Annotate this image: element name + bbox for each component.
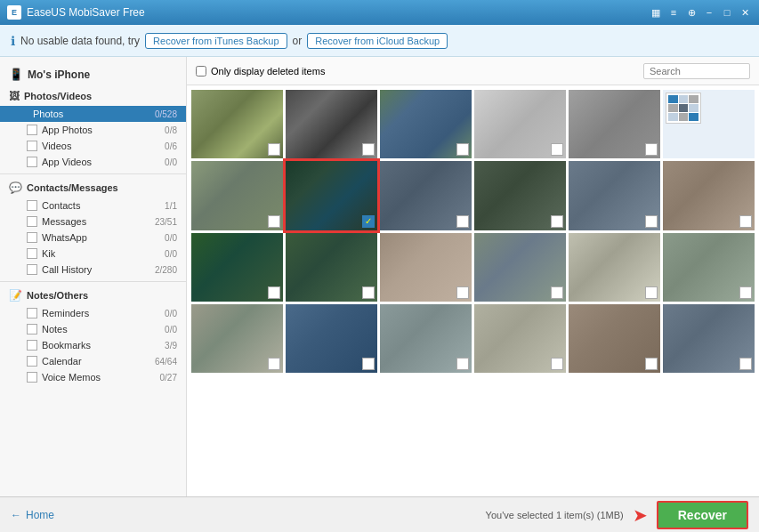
photo-cell-selected[interactable]: ✓ [286,161,377,230]
photo-cell[interactable] [191,304,283,373]
sidebar-item-call-history[interactable]: Call History 2/280 [0,262,186,278]
voice-memos-checkbox[interactable] [27,372,37,383]
photo-cell[interactable] [286,233,377,302]
sidebar-item-bookmarks[interactable]: Bookmarks 3/9 [0,337,186,353]
photo-cell[interactable] [474,90,566,158]
sidebar-item-app-photos[interactable]: App Photos 0/8 [0,122,186,138]
itunes-backup-link[interactable]: Recover from iTunes Backup [145,33,287,49]
sidebar-item-contacts[interactable]: Contacts 1/1 [0,197,186,214]
app-videos-checkbox[interactable] [27,157,37,167]
photo-cell[interactable] [474,304,566,373]
close-button[interactable]: ✕ [738,5,752,20]
photo-cell[interactable] [380,233,472,302]
device-icon: 📱 [9,68,23,81]
photo-cell[interactable] [380,90,472,158]
thumbnail-grid [666,93,701,124]
app-title: EaseUS MobiSaver Free [27,6,145,19]
photo-cell[interactable] [663,304,755,373]
photo-select-checkbox[interactable] [551,143,563,156]
photo-cell[interactable] [380,161,472,230]
messages-checkbox[interactable] [27,216,37,227]
sidebar-item-whatsapp[interactable]: WhatsApp 0/0 [0,230,186,246]
photo-select-checkbox[interactable] [456,143,469,156]
photo-cell[interactable] [569,161,660,230]
contacts-category-label: Contacts/Messages [27,182,118,193]
sidebar-item-voice-memos[interactable]: Voice Memos 0/27 [0,369,186,385]
photo-select-checkbox[interactable] [456,286,469,299]
home-link[interactable]: ← Home [11,509,54,521]
notes-checkbox[interactable] [27,324,37,335]
photo-cell[interactable] [663,161,755,230]
whatsapp-checkbox[interactable] [27,232,37,243]
photo-select-checkbox[interactable] [739,358,752,370]
photo-cell[interactable] [286,90,377,158]
photo-cell[interactable] [191,90,283,158]
photo-cell[interactable] [286,304,377,373]
photo-select-checkbox[interactable] [645,358,658,370]
photo-select-checkbox[interactable] [645,215,658,228]
sidebar-item-reminders[interactable]: Reminders 0/0 [0,305,186,321]
photo-select-checkbox-checked[interactable]: ✓ [362,215,375,228]
photo-cell[interactable] [191,161,283,230]
photo-select-checkbox[interactable] [268,215,280,228]
photo-select-checkbox[interactable] [551,286,563,299]
globe-icon[interactable]: ⊕ [684,5,698,20]
photo-cell[interactable] [663,233,755,302]
bookmarks-count: 3/9 [165,341,177,351]
sidebar-item-app-videos[interactable]: App Videos 0/0 [0,154,186,170]
photo-cell[interactable] [474,233,566,302]
device-name: 📱 Mo's iPhone [0,64,186,86]
sidebar-item-calendar[interactable]: Calendar 64/64 [0,353,186,369]
photo-select-checkbox[interactable] [645,286,658,299]
photo-select-checkbox[interactable] [268,358,280,370]
photo-select-checkbox[interactable] [456,358,469,370]
logo-text: E [12,8,17,17]
contacts-checkbox[interactable] [27,200,37,211]
sidebar-item-videos[interactable]: Videos 0/6 [0,138,186,154]
calendar-checkbox[interactable] [27,356,37,367]
grid-icon[interactable]: ▦ [649,5,663,20]
photo-cell[interactable] [569,304,660,373]
sidebar-item-photos[interactable]: Photos 0/528 [0,106,186,122]
photo-select-checkbox[interactable] [362,286,375,299]
sidebar-item-messages[interactable]: Messages 23/51 [0,214,186,230]
photo-select-checkbox[interactable] [739,215,752,228]
maximize-button[interactable]: □ [720,5,734,20]
kik-checkbox[interactable] [27,248,37,259]
photo-cell[interactable] [474,161,566,230]
photo-cell[interactable] [569,90,660,158]
photo-cell[interactable] [380,304,472,373]
only-deleted-checkbox[interactable] [196,66,206,77]
photo-select-checkbox[interactable] [739,286,752,299]
call-history-checkbox[interactable] [27,264,37,275]
menu-icon[interactable]: ≡ [666,5,681,20]
photo-select-checkbox[interactable] [456,215,469,228]
voice-memos-label: Voice Memos [42,372,101,383]
icloud-backup-link[interactable]: Recover from iCloud Backup [307,33,448,49]
photo-cell[interactable] [191,233,283,302]
photo-select-checkbox[interactable] [268,143,280,156]
videos-checkbox[interactable] [27,141,37,151]
photo-thumbnail-view[interactable] [663,90,755,158]
bookmarks-checkbox[interactable] [27,340,37,351]
sidebar-item-kik[interactable]: Kik 0/0 [0,246,186,262]
photo-cell[interactable] [569,233,660,302]
messages-label: Messages [42,216,86,227]
category-photos-videos: 🖼 Photos/Videos [0,86,186,106]
photo-select-checkbox[interactable] [362,358,375,370]
title-bar-left: E EaseUS MobiSaver Free [7,5,145,20]
reminders-checkbox[interactable] [27,308,37,318]
messages-count: 23/51 [155,217,177,227]
sidebar-item-notes[interactable]: Notes 0/0 [0,321,186,337]
photo-select-checkbox[interactable] [551,358,563,370]
search-input[interactable] [643,63,750,79]
only-deleted-filter[interactable]: Only display deleted items [196,66,325,77]
minimize-button[interactable]: − [702,5,716,20]
device-label: Mo's iPhone [28,69,90,81]
photo-select-checkbox[interactable] [362,143,375,156]
recover-button[interactable]: Recover [657,501,748,529]
photo-select-checkbox[interactable] [645,143,658,156]
photo-select-checkbox[interactable] [551,215,563,228]
app-photos-checkbox[interactable] [27,125,37,135]
photo-select-checkbox[interactable] [268,286,280,299]
